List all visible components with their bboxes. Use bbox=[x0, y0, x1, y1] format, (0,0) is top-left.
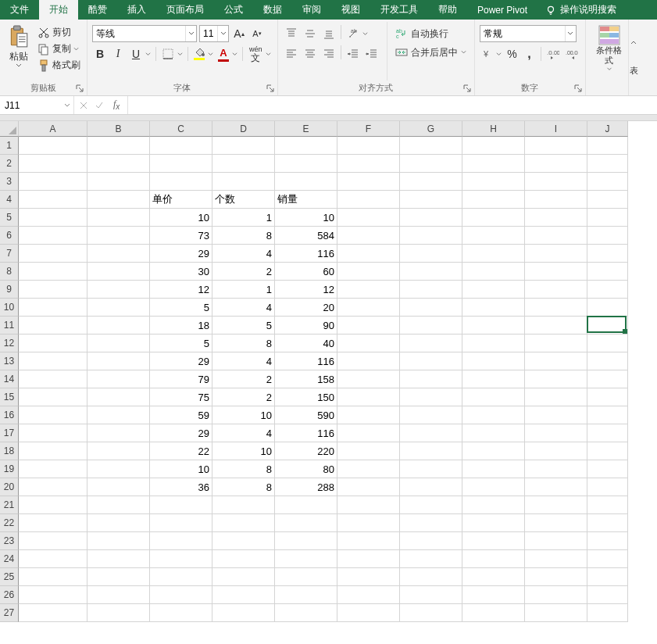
cell-G11[interactable] bbox=[400, 317, 462, 335]
alignment-dialog-launcher[interactable] bbox=[462, 83, 473, 94]
tab-powerpivot[interactable]: Power Pivot bbox=[467, 0, 537, 20]
cell-D25[interactable] bbox=[212, 568, 275, 586]
number-dialog-launcher[interactable] bbox=[573, 83, 584, 94]
cell-G17[interactable] bbox=[400, 424, 462, 442]
cell-B7[interactable] bbox=[87, 245, 150, 263]
row-header-18[interactable]: 18 bbox=[0, 442, 19, 460]
cell-B23[interactable] bbox=[87, 532, 150, 550]
cell-C11[interactable]: 18 bbox=[150, 317, 212, 335]
row-header-16[interactable]: 16 bbox=[0, 406, 19, 424]
row-header-5[interactable]: 5 bbox=[0, 209, 19, 227]
cell-A18[interactable] bbox=[19, 442, 87, 460]
cell-B20[interactable] bbox=[87, 478, 150, 496]
cell-J23[interactable] bbox=[587, 532, 628, 550]
column-header-G[interactable]: G bbox=[400, 121, 462, 137]
cell-C15[interactable]: 75 bbox=[150, 388, 212, 406]
cell-E8[interactable]: 60 bbox=[275, 263, 337, 281]
row-header-19[interactable]: 19 bbox=[0, 460, 19, 478]
cell-A4[interactable] bbox=[19, 191, 87, 209]
cell-G5[interactable] bbox=[400, 209, 462, 227]
cell-E12[interactable]: 40 bbox=[275, 335, 337, 352]
cell-B21[interactable] bbox=[87, 496, 150, 514]
cell-B3[interactable] bbox=[87, 173, 150, 191]
cell-A7[interactable] bbox=[19, 245, 87, 263]
cell-D9[interactable]: 1 bbox=[212, 281, 275, 299]
row-header-20[interactable]: 20 bbox=[0, 478, 19, 496]
cell-J21[interactable] bbox=[587, 496, 628, 514]
number-format-input[interactable] bbox=[480, 28, 565, 39]
cell-C8[interactable]: 30 bbox=[150, 263, 212, 281]
paste-button[interactable]: 粘贴 bbox=[5, 22, 33, 80]
cell-F15[interactable] bbox=[337, 388, 400, 406]
cell-B9[interactable] bbox=[87, 281, 150, 299]
cell-G2[interactable] bbox=[400, 155, 462, 173]
cell-F10[interactable] bbox=[337, 299, 400, 317]
cell-E19[interactable]: 80 bbox=[275, 460, 337, 478]
cell-D20[interactable]: 8 bbox=[212, 478, 275, 496]
tab-kuzan[interactable]: 酷赞 bbox=[78, 0, 117, 20]
row-header-22[interactable]: 22 bbox=[0, 514, 19, 532]
cell-D13[interactable]: 4 bbox=[212, 352, 275, 370]
cell-F13[interactable] bbox=[337, 352, 400, 370]
cell-G6[interactable] bbox=[400, 227, 462, 245]
cell-C20[interactable]: 36 bbox=[150, 478, 212, 496]
cell-B2[interactable] bbox=[87, 155, 150, 173]
number-format-dropdown[interactable] bbox=[565, 26, 576, 41]
row-header-25[interactable]: 25 bbox=[0, 568, 19, 586]
cell-I6[interactable] bbox=[525, 227, 587, 245]
cell-F12[interactable] bbox=[337, 335, 400, 352]
cell-H26[interactable] bbox=[462, 586, 525, 604]
cell-I18[interactable] bbox=[525, 442, 587, 460]
cell-I24[interactable] bbox=[525, 550, 587, 568]
cell-I8[interactable] bbox=[525, 263, 587, 281]
cell-E6[interactable]: 584 bbox=[275, 227, 337, 245]
cell-A2[interactable] bbox=[19, 155, 87, 173]
cell-E22[interactable] bbox=[275, 514, 337, 532]
align-right-button[interactable] bbox=[320, 45, 337, 63]
cell-E21[interactable] bbox=[275, 496, 337, 514]
copy-button[interactable]: 复制 bbox=[36, 41, 82, 56]
cell-J13[interactable] bbox=[587, 352, 628, 370]
cell-C7[interactable]: 29 bbox=[150, 245, 212, 263]
cell-I20[interactable] bbox=[525, 478, 587, 496]
cell-J12[interactable] bbox=[587, 335, 628, 352]
orientation-dropdown[interactable] bbox=[362, 31, 370, 37]
cell-I17[interactable] bbox=[525, 424, 587, 442]
tab-home[interactable]: 开始 bbox=[39, 0, 78, 20]
row-header-8[interactable]: 8 bbox=[0, 263, 19, 281]
cell-H8[interactable] bbox=[462, 263, 525, 281]
cell-I13[interactable] bbox=[525, 352, 587, 370]
accounting-format-button[interactable]: ¥ bbox=[480, 45, 495, 63]
cell-G16[interactable] bbox=[400, 406, 462, 424]
cell-C24[interactable] bbox=[150, 550, 212, 568]
cell-J25[interactable] bbox=[587, 568, 628, 586]
align-middle-button[interactable] bbox=[302, 25, 319, 42]
cell-F24[interactable] bbox=[337, 550, 400, 568]
font-dialog-launcher[interactable] bbox=[265, 83, 276, 94]
cell-F17[interactable] bbox=[337, 424, 400, 442]
column-header-C[interactable]: C bbox=[150, 121, 212, 137]
clipboard-dialog-launcher[interactable] bbox=[74, 83, 85, 94]
cell-F25[interactable] bbox=[337, 568, 400, 586]
cell-I9[interactable] bbox=[525, 281, 587, 299]
cell-D17[interactable]: 4 bbox=[212, 424, 275, 442]
cell-G18[interactable] bbox=[400, 442, 462, 460]
cell-D24[interactable] bbox=[212, 550, 275, 568]
cell-G27[interactable] bbox=[400, 604, 462, 622]
cell-I25[interactable] bbox=[525, 568, 587, 586]
cell-G24[interactable] bbox=[400, 550, 462, 568]
cut-button[interactable]: 剪切 bbox=[36, 25, 82, 40]
row-header-24[interactable]: 24 bbox=[0, 550, 19, 568]
cell-I12[interactable] bbox=[525, 335, 587, 352]
cell-I22[interactable] bbox=[525, 514, 587, 532]
row-header-27[interactable]: 27 bbox=[0, 604, 19, 622]
number-format-combo[interactable] bbox=[480, 25, 577, 42]
cell-D23[interactable] bbox=[212, 532, 275, 550]
cell-H25[interactable] bbox=[462, 568, 525, 586]
cell-H10[interactable] bbox=[462, 299, 525, 317]
cell-I11[interactable] bbox=[525, 317, 587, 335]
cell-F9[interactable] bbox=[337, 281, 400, 299]
phonetic-dropdown[interactable] bbox=[265, 52, 273, 57]
tab-help[interactable]: 帮助 bbox=[428, 0, 467, 20]
cell-B6[interactable] bbox=[87, 227, 150, 245]
